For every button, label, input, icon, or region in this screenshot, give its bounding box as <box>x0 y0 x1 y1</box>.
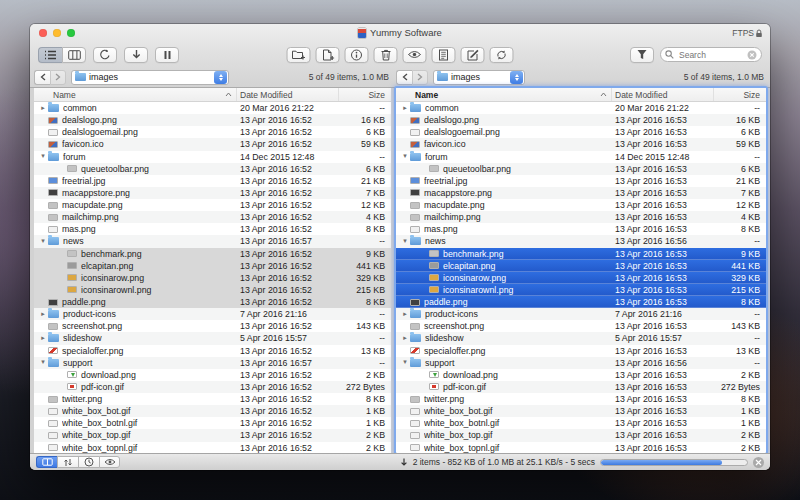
file-row[interactable]: macupdate.png13 Apr 2016 16:5212 KB <box>34 199 391 211</box>
file-row[interactable]: screenshot.png13 Apr 2016 16:53143 KB <box>396 320 766 332</box>
view-columns-button[interactable] <box>62 47 86 63</box>
disclosure-closed-icon[interactable]: ▸ <box>400 311 410 318</box>
file-row[interactable]: specialoffer.png13 Apr 2016 16:5213 KB <box>34 345 391 357</box>
file-row[interactable]: white_box_top.gif13 Apr 2016 16:532 KB <box>396 429 766 441</box>
file-row[interactable]: ▸slideshow5 Apr 2016 15:57-- <box>34 332 391 344</box>
search-field[interactable] <box>660 47 762 62</box>
file-row[interactable]: ▸product-icons7 Apr 2016 21:16-- <box>34 308 391 320</box>
file-row[interactable]: ▾forum14 Dec 2015 12:48-- <box>396 151 766 163</box>
info-button[interactable] <box>345 47 369 63</box>
filter-button[interactable] <box>630 47 654 63</box>
back-button[interactable] <box>396 70 412 85</box>
file-row[interactable]: mailchimp.png13 Apr 2016 16:534 KB <box>396 211 766 223</box>
file-row[interactable]: download.png13 Apr 2016 16:522 KB <box>34 369 391 381</box>
file-row[interactable]: paddle.png13 Apr 2016 16:528 KB <box>34 296 391 308</box>
column-header-date[interactable]: Date Modified <box>237 88 339 101</box>
file-row[interactable]: white_box_topnl.gif13 Apr 2016 16:532 KB <box>396 442 766 454</box>
file-row[interactable]: favicon.ico13 Apr 2016 16:5359 KB <box>396 138 766 150</box>
remote-file-list[interactable]: ▸common20 Mar 2016 21:22--dealslogo.png1… <box>396 102 766 453</box>
file-row[interactable]: twitter.png13 Apr 2016 16:528 KB <box>34 393 391 405</box>
file-row[interactable]: white_box_bot.gif13 Apr 2016 16:531 KB <box>396 405 766 417</box>
file-row[interactable]: ▾support13 Apr 2016 16:56-- <box>396 357 766 369</box>
show-hidden-button[interactable] <box>99 456 120 468</box>
file-row[interactable]: queuetoolbar.png13 Apr 2016 16:526 KB <box>34 163 391 175</box>
file-row[interactable]: elcapitan.png13 Apr 2016 16:52441 KB <box>34 260 391 272</box>
cancel-transfer-button[interactable] <box>753 457 764 468</box>
file-row[interactable]: mas.png13 Apr 2016 16:528 KB <box>34 223 391 235</box>
file-row[interactable]: ▾forum14 Dec 2015 12:48-- <box>34 151 391 163</box>
history-button[interactable] <box>78 456 99 468</box>
file-row[interactable]: mailchimp.png13 Apr 2016 16:524 KB <box>34 211 391 223</box>
file-row[interactable]: benchmark.png13 Apr 2016 16:539 KB <box>396 248 766 260</box>
clear-search-icon[interactable] <box>747 50 757 60</box>
disclosure-closed-icon[interactable]: ▸ <box>38 335 48 342</box>
file-row[interactable]: iconsinarownl.png13 Apr 2016 16:53215 KB <box>396 284 766 296</box>
file-row[interactable]: elcapitan.png13 Apr 2016 16:53441 KB <box>396 260 766 272</box>
search-input[interactable] <box>677 49 744 61</box>
edit-button[interactable] <box>461 47 485 63</box>
file-row[interactable]: screenshot.png13 Apr 2016 16:52143 KB <box>34 320 391 332</box>
file-row[interactable]: download.png13 Apr 2016 16:532 KB <box>396 369 766 381</box>
disclosure-closed-icon[interactable]: ▸ <box>38 311 48 318</box>
file-row[interactable]: white_box_botnl.gif13 Apr 2016 16:531 KB <box>396 417 766 429</box>
disclosure-closed-icon[interactable]: ▸ <box>38 105 48 112</box>
download-button[interactable] <box>124 47 148 63</box>
new-file-button[interactable] <box>316 47 340 63</box>
file-row[interactable]: iconsinarow.png13 Apr 2016 16:53329 KB <box>396 272 766 284</box>
new-folder-button[interactable] <box>287 47 311 63</box>
file-row[interactable]: iconsinarownl.png13 Apr 2016 16:52215 KB <box>34 284 391 296</box>
disclosure-closed-icon[interactable]: ▸ <box>400 105 410 112</box>
titlebar[interactable]: Yummy Software FTPS <box>30 24 770 42</box>
preview-button[interactable] <box>403 47 427 63</box>
file-row[interactable]: macupdate.png13 Apr 2016 16:5312 KB <box>396 199 766 211</box>
file-row[interactable]: dealslogo.png13 Apr 2016 16:5316 KB <box>396 114 766 126</box>
file-row[interactable]: ▾support13 Apr 2016 16:57-- <box>34 357 391 369</box>
file-row[interactable]: ▾news13 Apr 2016 16:56-- <box>396 235 766 247</box>
file-row[interactable]: ▸common20 Mar 2016 21:22-- <box>396 102 766 114</box>
file-row[interactable]: white_box_botnl.gif13 Apr 2016 16:521 KB <box>34 417 391 429</box>
file-row[interactable]: favicon.ico13 Apr 2016 16:5259 KB <box>34 138 391 150</box>
file-row[interactable]: twitter.png13 Apr 2016 16:538 KB <box>396 393 766 405</box>
file-row[interactable]: dealslogo.png13 Apr 2016 16:5216 KB <box>34 114 391 126</box>
file-row[interactable]: pdf-icon.gif13 Apr 2016 16:53272 Bytes <box>396 381 766 393</box>
column-header-date[interactable]: Date Modified <box>612 88 714 101</box>
file-row[interactable]: dealslogoemail.png13 Apr 2016 16:526 KB <box>34 126 391 138</box>
file-row[interactable]: paddle.png13 Apr 2016 16:538 KB <box>396 296 766 308</box>
file-row[interactable]: macappstore.png13 Apr 2016 16:537 KB <box>396 187 766 199</box>
disclosure-open-icon[interactable]: ▾ <box>38 238 48 245</box>
column-header-name[interactable]: Name <box>396 88 612 101</box>
file-row[interactable]: white_box_topnl.gif13 Apr 2016 16:522 KB <box>34 442 391 454</box>
disclosure-open-icon[interactable]: ▾ <box>400 359 410 366</box>
transfers-button[interactable] <box>57 456 78 468</box>
column-header-name[interactable]: Name <box>34 88 237 101</box>
column-header-size[interactable]: Size <box>339 88 391 101</box>
local-file-list[interactable]: ▸common20 Mar 2016 21:22--dealslogo.png1… <box>34 102 391 453</box>
file-row[interactable]: benchmark.png13 Apr 2016 16:529 KB <box>34 248 391 260</box>
file-row[interactable]: white_box_top.gif13 Apr 2016 16:522 KB <box>34 429 391 441</box>
file-row[interactable]: ▾news13 Apr 2016 16:57-- <box>34 235 391 247</box>
forward-button[interactable] <box>50 70 66 85</box>
pause-button[interactable] <box>155 47 179 63</box>
file-row[interactable]: mas.png13 Apr 2016 16:538 KB <box>396 223 766 235</box>
file-row[interactable]: freetrial.jpg13 Apr 2016 16:5221 KB <box>34 175 391 187</box>
forward-button[interactable] <box>412 70 428 85</box>
remote-folder-popup[interactable]: images <box>433 70 525 85</box>
log-button[interactable] <box>432 47 456 63</box>
file-row[interactable]: specialoffer.png13 Apr 2016 16:5313 KB <box>396 345 766 357</box>
file-row[interactable]: queuetoolbar.png13 Apr 2016 16:536 KB <box>396 163 766 175</box>
column-header-size[interactable]: Size <box>714 88 766 101</box>
disclosure-closed-icon[interactable]: ▸ <box>400 335 410 342</box>
file-row[interactable]: dealslogoemail.png13 Apr 2016 16:536 KB <box>396 126 766 138</box>
file-row[interactable]: ▸slideshow5 Apr 2016 15:57-- <box>396 332 766 344</box>
file-row[interactable]: ▸product-icons7 Apr 2016 21:16-- <box>396 308 766 320</box>
file-row[interactable]: freetrial.jpg13 Apr 2016 16:5321 KB <box>396 175 766 187</box>
dual-pane-toggle-button[interactable] <box>36 456 57 468</box>
disclosure-open-icon[interactable]: ▾ <box>400 153 410 160</box>
disclosure-open-icon[interactable]: ▾ <box>400 238 410 245</box>
file-row[interactable]: iconsinarow.png13 Apr 2016 16:52329 KB <box>34 272 391 284</box>
local-folder-popup[interactable]: images <box>71 70 229 85</box>
file-row[interactable]: pdf-icon.gif13 Apr 2016 16:52272 Bytes <box>34 381 391 393</box>
sync-button[interactable] <box>490 47 514 63</box>
refresh-button[interactable] <box>93 47 117 63</box>
disclosure-open-icon[interactable]: ▾ <box>38 153 48 160</box>
